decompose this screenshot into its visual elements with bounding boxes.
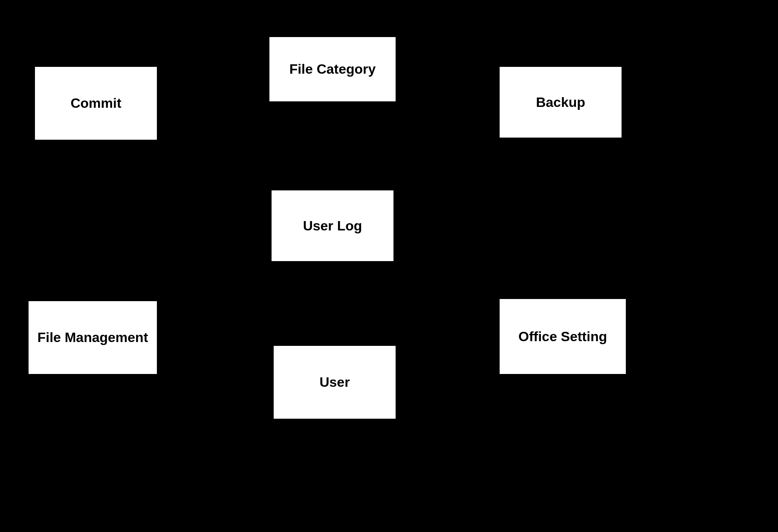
diagram-box-label: File Category [289, 61, 376, 77]
diagram-box-office-setting: Office Setting [499, 298, 627, 375]
diagram-box-backup: Backup [499, 66, 622, 138]
diagram-box-file-management: File Management [28, 300, 158, 375]
diagram-box-label: Office Setting [518, 329, 607, 345]
diagram-box-label: Backup [536, 95, 585, 110]
diagram-box-label: User Log [303, 218, 362, 234]
diagram-box-label: User [319, 374, 350, 390]
diagram-box-label: File Management [38, 330, 148, 345]
diagram-box-file-category: File Category [269, 36, 396, 102]
diagram-box-user: User [273, 345, 396, 420]
diagram-box-label: Commit [70, 95, 121, 111]
diagram-box-user-log: User Log [271, 190, 394, 262]
diagram-box-commit: Commit [34, 66, 158, 141]
